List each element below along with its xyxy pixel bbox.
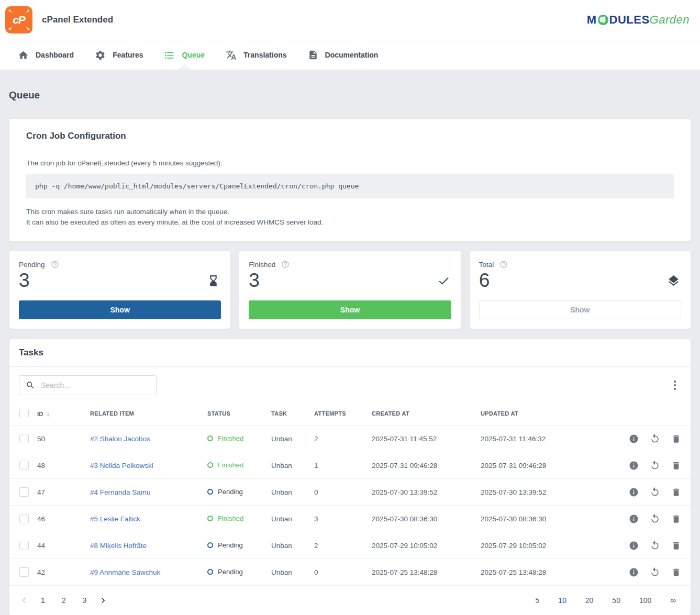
gear-icon	[95, 50, 106, 61]
related-item-link[interactable]: #3 Nelida Pelkowski	[90, 462, 153, 469]
nav-item-translations[interactable]: Translations	[215, 40, 297, 70]
info-icon[interactable]	[629, 541, 639, 551]
delete-icon[interactable]	[671, 567, 681, 577]
task-created-at: 2025-07-31 11:45:52	[372, 426, 481, 452]
task-created-at: 2025-07-31 09:46:28	[372, 452, 481, 479]
info-icon[interactable]	[629, 434, 639, 444]
page-size-5[interactable]: 5	[530, 593, 545, 608]
stat-label: Total	[479, 261, 494, 269]
top-bar: ↖ ↗ ↙ ↘ cP cPanel Extended M DULES Garde…	[0, 0, 700, 40]
column-updated-at[interactable]: UPDATED AT	[481, 401, 590, 426]
page-size-100[interactable]: 100	[634, 593, 657, 608]
row-checkbox[interactable]	[19, 461, 29, 470]
page-number-1[interactable]: 1	[36, 593, 50, 608]
retry-icon[interactable]	[650, 487, 660, 497]
retry-icon[interactable]	[650, 540, 660, 551]
info-icon[interactable]	[629, 567, 639, 577]
show-total-button[interactable]: Show	[479, 300, 681, 319]
row-checkbox[interactable]	[19, 567, 29, 577]
related-item-link[interactable]: #9 Annmarie Sawchuk	[90, 568, 160, 576]
page-size-10[interactable]: 10	[553, 593, 572, 608]
nav-item-features[interactable]: Features	[84, 40, 153, 70]
page-size-20[interactable]: 20	[580, 593, 599, 608]
more-options-icon[interactable]	[669, 377, 681, 393]
status-badge: Finished	[207, 515, 243, 522]
info-icon[interactable]	[629, 514, 639, 524]
related-item-link[interactable]: #8 Miķelis Hofrāte	[90, 542, 147, 550]
row-checkbox[interactable]	[19, 487, 29, 497]
delete-icon[interactable]	[671, 541, 681, 551]
retry-icon[interactable]	[650, 433, 660, 444]
task-id: 48	[37, 452, 90, 479]
retry-icon[interactable]	[650, 567, 660, 577]
select-all-checkbox[interactable]	[19, 409, 29, 418]
row-checkbox[interactable]	[19, 434, 29, 443]
tasks-card-title: Tasks	[9, 339, 691, 367]
task-type: Unban	[271, 479, 314, 506]
task-id: 46	[37, 506, 90, 532]
next-page-icon[interactable]	[98, 595, 108, 606]
page-size-50[interactable]: 50	[607, 593, 626, 608]
retry-icon[interactable]	[650, 513, 660, 524]
task-type: Unban	[271, 506, 314, 532]
task-updated-at: 2025-07-30 08:36:30	[481, 506, 590, 532]
cron-intro-text: The cron job for cPanelExtended (every 5…	[26, 159, 674, 167]
page-size-all[interactable]: ∞	[665, 592, 681, 608]
retry-icon[interactable]	[650, 460, 660, 471]
prev-page-icon[interactable]	[19, 595, 29, 606]
stat-label: Pending	[19, 261, 45, 269]
status-badge: Pending	[207, 541, 243, 549]
row-checkbox[interactable]	[19, 541, 29, 550]
help-icon[interactable]	[281, 260, 290, 269]
search-input[interactable]	[41, 381, 150, 389]
task-updated-at: 2025-07-31 11:46:32	[481, 426, 590, 452]
page-title: Queue	[9, 90, 691, 101]
search-icon	[26, 381, 35, 390]
related-item-link[interactable]: #2 Shalon Jacobos	[90, 435, 150, 443]
task-type: Unban	[271, 532, 314, 559]
cpanel-logo-icon: ↖ ↗ ↙ ↘ cP	[5, 6, 32, 33]
delete-icon[interactable]	[671, 461, 681, 471]
page-number-2[interactable]: 2	[57, 593, 71, 608]
page-number-3[interactable]: 3	[77, 593, 92, 608]
task-updated-at: 2025-07-25 13:48:28	[481, 559, 590, 586]
task-updated-at: 2025-07-29 10:05:02	[481, 532, 590, 559]
column-id[interactable]: ID↓	[37, 401, 90, 426]
nav-item-documentation[interactable]: Documentation	[297, 40, 389, 70]
table-header-row: ID↓ RELATED ITEM STATUS TASK ATTEMPTS CR…	[9, 401, 691, 426]
help-icon[interactable]	[499, 260, 508, 269]
task-id: 44	[37, 532, 90, 559]
task-attempts: 3	[314, 506, 372, 532]
show-pending-button[interactable]: Show	[19, 300, 221, 319]
pagination: 1 2 3 5 10 20 50 100 ∞	[9, 585, 691, 615]
row-checkbox[interactable]	[19, 514, 29, 523]
stat-card-total: Total 6 Show	[469, 250, 691, 329]
delete-icon[interactable]	[671, 514, 681, 524]
delete-icon[interactable]	[671, 487, 681, 497]
status-circle-icon	[207, 489, 213, 495]
related-item-link[interactable]: #4 Fernanda Samu	[90, 488, 151, 496]
column-created-at[interactable]: CREATED AT	[372, 401, 481, 426]
task-id: 42	[37, 559, 90, 586]
column-related-item[interactable]: RELATED ITEM	[90, 401, 207, 426]
show-finished-button[interactable]: Show	[249, 300, 451, 319]
cron-job-card: Cron Job Configuration The cron job for …	[9, 118, 691, 242]
home-icon	[18, 50, 29, 61]
status-badge: Finished	[207, 461, 243, 469]
hourglass-icon	[207, 274, 220, 287]
column-attempts[interactable]: ATTEMPTS	[314, 401, 372, 426]
column-status[interactable]: STATUS	[207, 401, 271, 426]
stat-card-finished: Finished 3 Show	[239, 250, 461, 329]
info-icon[interactable]	[629, 461, 639, 471]
column-task[interactable]: TASK	[271, 401, 314, 426]
nav-item-dashboard[interactable]: Dashboard	[7, 40, 84, 70]
sort-desc-icon: ↓	[47, 410, 50, 418]
nav-item-queue[interactable]: Queue	[153, 40, 215, 70]
layers-icon	[667, 274, 680, 287]
status-circle-icon	[207, 516, 213, 521]
related-item-link[interactable]: #5 Leslie Fallick	[90, 515, 140, 523]
help-icon[interactable]	[51, 260, 59, 269]
info-icon[interactable]	[629, 487, 639, 497]
delete-icon[interactable]	[671, 434, 681, 444]
task-created-at: 2025-07-30 08:36:30	[372, 506, 481, 532]
